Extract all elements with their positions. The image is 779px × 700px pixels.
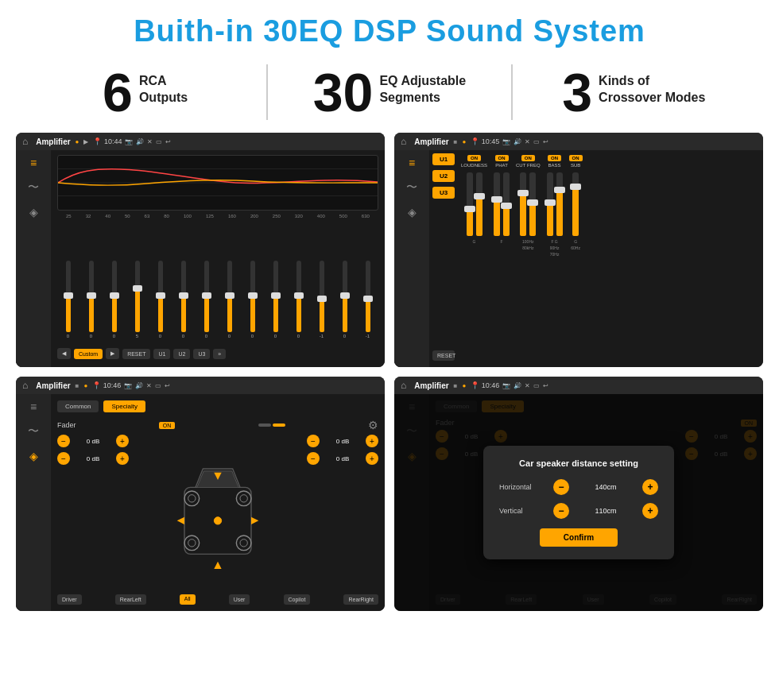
slider-bass-2[interactable] (556, 172, 563, 236)
wave-icon-3[interactable]: 〜 (28, 424, 39, 439)
svg-point-7 (236, 491, 251, 506)
on-badge-sub[interactable]: ON (569, 155, 583, 161)
svg-marker-15 (177, 516, 184, 524)
screens-grid: ⌂ Amplifier ● ▶ 📍 10:44 📷 🔊 ✕ ▭ ↩ ≡ 〜 ◈ (0, 133, 779, 619)
svg-point-8 (240, 494, 247, 501)
slider-cutfreq-1[interactable] (520, 172, 526, 236)
slider-phat-1[interactable] (494, 172, 500, 236)
all-badge[interactable]: All (180, 594, 196, 605)
slider-loudness-1[interactable] (467, 172, 473, 236)
specialty-tab[interactable]: Specialty (103, 400, 145, 412)
feature-label-rca-1: RCA (139, 73, 188, 90)
window-icon-4: ▭ (533, 382, 540, 389)
slider-col-13: 0 (334, 261, 355, 338)
eq-sliders: 0 0 (57, 222, 378, 342)
vertical-plus[interactable]: + (642, 503, 658, 519)
plus-rr[interactable]: + (366, 452, 378, 465)
prev-btn[interactable]: ◀ (57, 348, 71, 359)
car-svg (166, 458, 269, 569)
wave-icon[interactable]: 〜 (28, 180, 39, 195)
wave-icon-2[interactable]: 〜 (406, 180, 417, 195)
horizontal-row: Horizontal − 140cm + (499, 479, 658, 495)
on-badge-cutfreq[interactable]: ON (521, 155, 535, 161)
rearright-btn[interactable]: RearRight (343, 594, 378, 605)
slider-col-14: -1 (357, 261, 378, 338)
label-bass: BASS (548, 163, 561, 168)
plus-fl[interactable]: + (116, 435, 129, 447)
home-icon-2[interactable]: ⌂ (401, 136, 406, 147)
u1-btn-1[interactable]: U1 (153, 349, 170, 359)
horizontal-plus[interactable]: + (642, 479, 658, 495)
screen2-title: Amplifier (414, 137, 448, 146)
u3-button[interactable]: U3 (432, 187, 455, 199)
minus-fl[interactable]: − (57, 435, 70, 447)
home-icon-3[interactable]: ⌂ (22, 380, 28, 391)
speaker-icon-3[interactable]: ◈ (29, 450, 38, 462)
custom-btn[interactable]: Custom (74, 349, 103, 359)
fader-on-toggle[interactable]: ON (159, 422, 176, 429)
u-buttons: U1 U2 U3 RESET (429, 150, 458, 367)
minus-fr[interactable]: − (307, 435, 320, 447)
features-row: 6 RCA Outputs 30 EQ Adjustable Segments … (0, 56, 779, 133)
settings-icon-3[interactable]: ⚙ (368, 419, 378, 431)
on-badge-phat[interactable]: ON (495, 155, 509, 161)
time-3: 📍 10:46 (92, 381, 121, 389)
eq-icon-3[interactable]: ≡ (30, 400, 37, 413)
eq-bottom-bar: ◀ Custom ▶ RESET U1 U2 U3 » (57, 345, 378, 362)
copilot-btn[interactable]: Copilot (284, 594, 311, 605)
distance-modal: Car speaker distance setting Horizontal … (483, 446, 674, 559)
slider-phat-2[interactable] (503, 172, 510, 236)
on-badge-loudness[interactable]: ON (467, 155, 481, 161)
fader-content: − 0 dB + − 0 dB + (57, 435, 378, 591)
db-value-fl: 0 dB (73, 438, 113, 445)
slider-bass-1[interactable] (547, 172, 553, 236)
speaker-icon-2[interactable]: ◈ (408, 206, 417, 219)
slider-col-4: 5 (126, 261, 148, 338)
reset-btn-1[interactable]: RESET (122, 349, 150, 359)
u3-btn-1[interactable]: U3 (193, 349, 210, 359)
svg-point-12 (240, 539, 247, 546)
speaker-icon[interactable]: ◈ (29, 206, 38, 219)
home-icon-1[interactable]: ⌂ (22, 136, 28, 147)
minus-rl[interactable]: − (57, 452, 70, 465)
status-bar-4: ⌂ Amplifier ■ ● 📍 10:46 📷 🔊 ✕ ▭ ↩ (394, 377, 763, 394)
plus-fr[interactable]: + (366, 435, 378, 447)
confirm-button[interactable]: Confirm (540, 528, 618, 547)
status-dot-1: ● (76, 138, 79, 145)
home-icon-4[interactable]: ⌂ (401, 380, 406, 391)
close-icon-2: ✕ (525, 138, 530, 145)
play-btn[interactable]: ▶ (106, 348, 119, 359)
svg-point-11 (236, 536, 251, 551)
slider-cutfreq-2[interactable] (529, 172, 536, 236)
slider-loudness-2[interactable] (476, 172, 483, 236)
u1-button[interactable]: U1 (432, 153, 455, 165)
screen2-body: ≡ 〜 ◈ U1 U2 U3 RESET ON (394, 150, 763, 367)
eq-icon-2[interactable]: ≡ (409, 157, 415, 169)
minus-rr[interactable]: − (307, 452, 320, 465)
slider-sub-1[interactable] (572, 172, 579, 236)
horizontal-minus[interactable]: − (553, 479, 569, 495)
eq-icon[interactable]: ≡ (30, 157, 37, 169)
label-phat: PHAT (495, 163, 508, 168)
u2-button[interactable]: U2 (432, 170, 455, 182)
u2-btn-1[interactable]: U2 (173, 349, 190, 359)
close-icon-4: ✕ (525, 382, 530, 389)
driver-btn[interactable]: Driver (57, 594, 82, 605)
fader-main: Common Specialty Fader ON ⚙ (51, 394, 385, 611)
camera-icon-1: 📷 (125, 138, 133, 145)
reset-btn-2[interactable]: RESET (432, 350, 455, 361)
feature-crossover: 3 Kinds of Crossover Modes (537, 65, 731, 119)
screen-eq: ⌂ Amplifier ● ▶ 📍 10:44 📷 🔊 ✕ ▭ ↩ ≡ 〜 ◈ (16, 133, 385, 367)
plus-rl[interactable]: + (116, 452, 129, 465)
slider-col-9: 0 (242, 261, 263, 338)
close-icon-3: ✕ (146, 382, 152, 389)
on-badge-bass[interactable]: ON (548, 155, 561, 161)
screen3-body: ≡ 〜 ◈ Common Specialty Fader ON (16, 394, 385, 611)
fader-right: − 0 dB + − 0 dB + (307, 435, 378, 591)
more-btn[interactable]: » (213, 349, 226, 359)
user-btn[interactable]: User (229, 594, 250, 605)
vertical-minus[interactable]: − (553, 503, 569, 519)
rearleft-btn[interactable]: RearLeft (115, 594, 146, 605)
modal-overlay: Car speaker distance setting Horizontal … (394, 394, 763, 611)
common-tab[interactable]: Common (57, 400, 99, 412)
